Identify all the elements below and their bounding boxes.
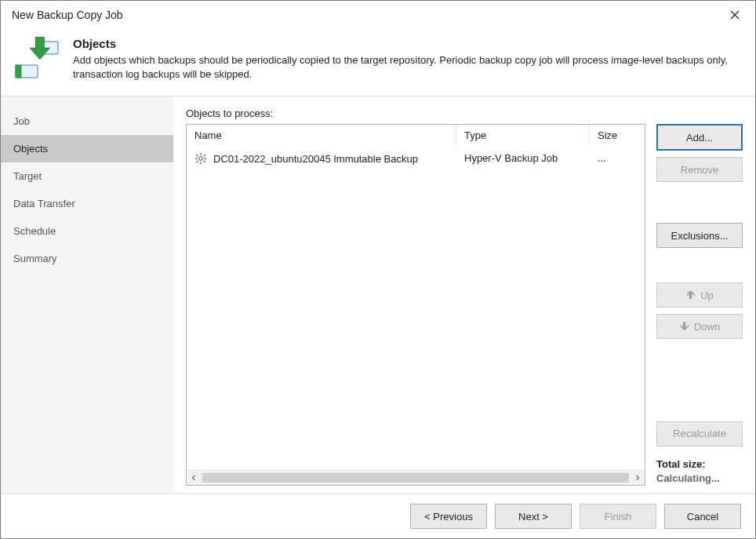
svg-rect-5 [16, 65, 21, 78]
col-header-name[interactable]: Name [187, 125, 456, 146]
exclusions-button[interactable]: Exclusions... [656, 223, 743, 248]
svg-rect-14 [196, 161, 198, 163]
total-size-value: Calculating... [656, 472, 743, 486]
col-header-type[interactable]: Type [456, 125, 590, 146]
svg-rect-9 [195, 158, 198, 159]
objects-list-header: Name Type Size [187, 125, 645, 146]
svg-rect-8 [200, 162, 202, 165]
add-button[interactable]: Add... [656, 124, 743, 151]
row-name: DC01-2022_ubuntu20045 Immutable Backup [213, 153, 418, 165]
move-down-label: Down [694, 321, 720, 333]
side-button-group: Add... Remove Exclusions... 🡱 Up 🡳 Down … [645, 124, 743, 486]
step-target[interactable]: Target [1, 162, 173, 190]
arrow-down-icon: 🡳 [679, 321, 689, 333]
gear-icon [194, 152, 207, 165]
banner-text: Objects Add objects which backups should… [62, 37, 743, 82]
arrow-up-icon: 🡱 [685, 290, 696, 301]
svg-rect-13 [203, 155, 205, 157]
objects-panel: Objects to process: Name Type Size [173, 97, 755, 493]
close-button[interactable] [722, 5, 747, 24]
wizard-body: Job Objects Target Data Transfer Schedul… [1, 96, 755, 493]
banner-heading: Objects [73, 37, 743, 50]
banner-description: Add objects which backups should be peri… [73, 53, 743, 82]
move-up-button: 🡱 Up [656, 282, 743, 308]
banner-icon [12, 37, 62, 82]
row-size: ... [590, 146, 645, 171]
list-item[interactable]: DC01-2022_ubuntu20045 Immutable Backup H… [187, 146, 645, 171]
wizard-steps: Job Objects Target Data Transfer Schedul… [1, 97, 173, 493]
step-summary[interactable]: Summary [1, 245, 173, 272]
step-job[interactable]: Job [1, 107, 173, 135]
scroll-left-icon[interactable] [187, 471, 201, 485]
objects-list-label: Objects to process: [186, 107, 743, 119]
objects-content-row: Name Type Size [186, 124, 743, 486]
close-icon [730, 10, 740, 20]
finish-button: Finish [580, 504, 656, 529]
total-size-label: Total size: [656, 457, 743, 472]
col-header-size[interactable]: Size [590, 125, 645, 146]
svg-rect-11 [196, 155, 198, 157]
objects-listbox[interactable]: Name Type Size [186, 124, 645, 486]
previous-button[interactable]: < Previous [410, 504, 487, 529]
step-objects[interactable]: Objects [1, 135, 173, 162]
wizard-window: New Backup Copy Job O [0, 0, 756, 539]
step-schedule[interactable]: Schedule [1, 217, 173, 245]
svg-rect-12 [203, 161, 205, 163]
row-name-cell: DC01-2022_ubuntu20045 Immutable Backup [187, 146, 456, 171]
wizard-footer: < Previous Next > Finish Cancel [1, 493, 755, 538]
window-title: New Backup Copy Job [12, 9, 123, 21]
move-down-button: 🡳 Down [656, 314, 743, 339]
move-up-label: Up [700, 290, 714, 301]
titlebar: New Backup Copy Job [1, 1, 755, 29]
scroll-right-icon[interactable] [631, 471, 645, 485]
svg-rect-7 [200, 153, 202, 155]
cancel-button[interactable]: Cancel [664, 504, 741, 529]
wizard-banner: Objects Add objects which backups should… [1, 29, 755, 96]
backup-copy-icon [13, 37, 61, 81]
recalculate-button: Recalculate [656, 421, 743, 446]
next-button[interactable]: Next > [495, 504, 572, 529]
svg-point-6 [199, 157, 202, 160]
step-data-transfer[interactable]: Data Transfer [1, 190, 173, 217]
scrollbar-track[interactable] [202, 473, 629, 483]
remove-button: Remove [656, 157, 743, 182]
svg-rect-10 [204, 158, 206, 159]
total-size: Total size: Calculating... [656, 457, 743, 486]
horizontal-scrollbar[interactable] [187, 470, 645, 485]
row-type: Hyper-V Backup Job [456, 146, 590, 171]
objects-list-rows: DC01-2022_ubuntu20045 Immutable Backup H… [187, 146, 645, 470]
